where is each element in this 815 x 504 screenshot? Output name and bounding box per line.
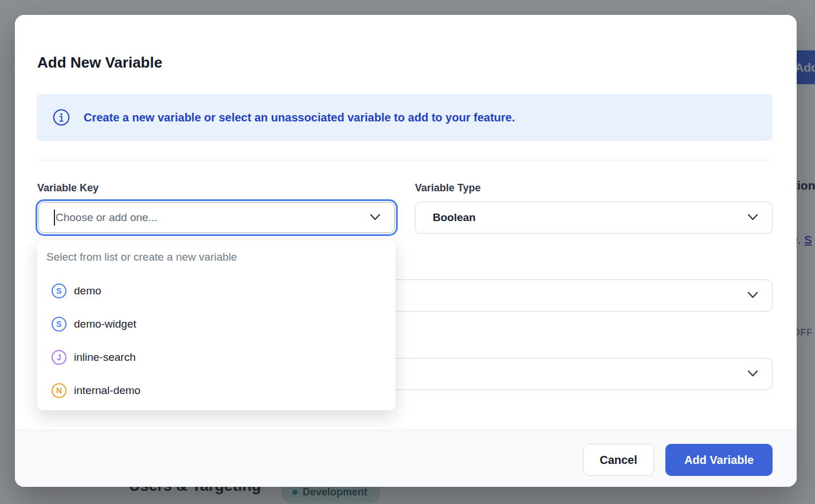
variable-type-value: Boolean <box>433 211 476 224</box>
variable-key-input[interactable]: Choose or add one... <box>38 202 395 233</box>
number-type-icon: N <box>52 383 66 398</box>
dropdown-item-inline-search[interactable]: J inline-search <box>37 341 395 374</box>
section-divider <box>37 160 773 160</box>
variable-key-dropdown: Select from list or create a new variabl… <box>37 239 396 411</box>
chevron-down-icon <box>370 212 381 223</box>
modal-title: Add New Variable <box>37 54 162 72</box>
info-icon <box>53 109 70 126</box>
cancel-button[interactable]: Cancel <box>583 444 654 476</box>
variable-type-label: Variable Type <box>415 182 481 194</box>
chevron-down-icon <box>747 212 758 223</box>
chevron-down-icon <box>747 369 758 379</box>
add-variable-button[interactable]: Add Variable <box>665 444 773 476</box>
dropdown-item-demo[interactable]: S demo <box>37 274 395 308</box>
string-type-icon: S <box>52 284 66 298</box>
dropdown-item-demo-widget[interactable]: S demo-widget <box>37 308 395 341</box>
dropdown-item-label: internal-demo <box>74 384 140 397</box>
variable-key-placeholder: Choose or add one... <box>56 211 157 224</box>
text-caret <box>54 210 55 226</box>
screen: Add tion e. S OFF Users & Targeting Deve… <box>0 0 815 504</box>
json-type-icon: J <box>52 350 66 365</box>
dropdown-header: Select from list or create a new variabl… <box>37 240 395 274</box>
variable-key-label: Variable Key <box>37 182 99 194</box>
dropdown-item-label: inline-search <box>74 351 136 364</box>
dropdown-item-internal-demo[interactable]: N internal-demo <box>37 374 395 407</box>
dropdown-item-label: demo-widget <box>74 318 136 330</box>
string-type-icon: S <box>52 317 66 332</box>
variable-type-select[interactable]: Boolean <box>415 202 773 234</box>
add-new-variable-modal: Add New Variable Create a new variable o… <box>15 15 797 487</box>
info-banner: Create a new variable or select an unass… <box>37 94 773 141</box>
dropdown-item-label: demo <box>74 285 101 297</box>
chevron-down-icon <box>747 290 758 301</box>
modal-footer: Cancel Add Variable <box>15 430 797 487</box>
info-banner-text: Create a new variable or select an unass… <box>84 94 515 141</box>
